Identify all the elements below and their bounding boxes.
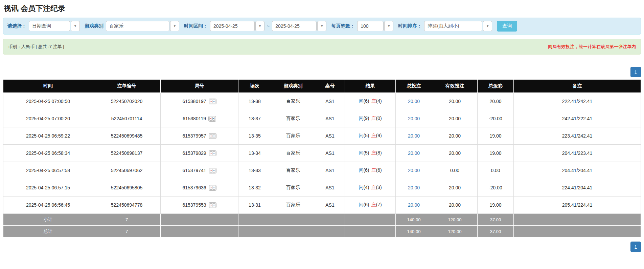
result-player-points: (6): [363, 98, 369, 104]
result-banker-points: (4): [376, 98, 382, 104]
result-banker: 庄: [371, 185, 376, 190]
empty-cell: [238, 214, 271, 226]
round-number: 615379957: [182, 133, 206, 139]
round-result-button[interactable]: [209, 133, 216, 139]
cell-valid-bet: 20.00: [432, 179, 478, 196]
caret-down-icon: ▼: [320, 25, 323, 28]
cell-table-no: AS1: [315, 162, 345, 179]
result-player: 闲: [359, 185, 363, 190]
summary-bar: 币别：人民币 | 总共 :7 注单 | 同局有效投注，统一计算在该局第一张注单内: [3, 39, 641, 55]
column-header: 时间: [3, 80, 93, 93]
round-result-button[interactable]: [209, 202, 216, 208]
date-from-input[interactable]: [210, 21, 255, 31]
total-valid-bet: 120.00: [432, 226, 478, 237]
round-result-button[interactable]: [208, 116, 216, 122]
cell-result: 闲(5)庄(9): [345, 127, 396, 145]
date-to-input[interactable]: [272, 21, 317, 31]
cell-table-no: AS1: [315, 110, 345, 127]
query-type-input[interactable]: [29, 21, 70, 31]
column-header: 桌号: [315, 80, 345, 93]
cell-bet-id: 522450701114: [93, 110, 161, 127]
round-result-button[interactable]: [209, 168, 216, 173]
sort-input[interactable]: [424, 21, 482, 31]
cell-round: 615380197: [161, 93, 238, 110]
empty-cell: [315, 226, 345, 237]
game-type-input[interactable]: [106, 21, 169, 31]
cell-game-type: 百家乐: [271, 127, 315, 145]
result-banker: 庄: [371, 167, 376, 173]
result-banker: 庄: [371, 202, 376, 207]
cell-table-no: AS1: [315, 196, 345, 214]
cell-result: 闲(5)庄(8): [345, 145, 396, 162]
cell-game-type: 百家乐: [271, 110, 315, 127]
total-payout: 37.00: [478, 226, 514, 237]
cell-round: 615379636: [161, 179, 238, 196]
page-size-combobox: ▼: [357, 21, 393, 31]
total-row: 总计 7 140.00 120.00 37.00: [3, 226, 641, 237]
date-from-dropdown-button[interactable]: ▼: [255, 21, 264, 31]
round-number: 615379829: [182, 150, 206, 156]
date-separator: ~: [267, 23, 270, 29]
cell-round: 615379741: [161, 162, 238, 179]
cell-game-type: 百家乐: [271, 179, 315, 196]
result-banker-points: (6): [376, 167, 382, 173]
page: 视讯 会员下注纪录 请选择： ▼ 游戏类别 ▼ 时间区间： ▼ ~: [0, 0, 644, 254]
round-result-button[interactable]: [209, 185, 216, 191]
total-label: 总计: [3, 226, 93, 237]
sort-dropdown-button[interactable]: ▼: [483, 21, 492, 31]
result-player: 闲: [359, 167, 363, 173]
pagination-top: 1: [3, 67, 641, 77]
subtotal-valid-bet: 120.00: [432, 214, 478, 226]
page-button-1[interactable]: 1: [630, 67, 641, 77]
total-bet-link[interactable]: 20.00: [408, 168, 420, 173]
sort-combobox: ▼: [424, 21, 492, 31]
result-player-points: (5): [363, 133, 369, 138]
round-result-button[interactable]: [209, 150, 216, 156]
summary-note: 同局有效投注，统一计算在该局第一张注单内: [548, 44, 636, 50]
empty-cell: [345, 226, 396, 237]
total-total-bet: 140.00: [396, 226, 432, 237]
search-button[interactable]: 查询: [497, 21, 517, 32]
table-header-row: 时间注单编号局号场次游戏类别桌号结果总投注有效投注总派彩备注: [3, 80, 641, 93]
total-bet-link[interactable]: 20.00: [408, 99, 420, 104]
cell-session: 13-33: [238, 162, 271, 179]
table-row: 2025-04-25 06:57:15 522450695805 6153796…: [3, 179, 641, 196]
cell-time: 2025-04-25 06:57:15: [3, 179, 93, 196]
page-size-input[interactable]: [357, 21, 384, 31]
cell-valid-bet: 0.00: [432, 162, 478, 179]
table-row: 2025-04-25 06:59:22 522450699485 6153799…: [3, 127, 641, 145]
game-type-combobox: ▼: [106, 21, 179, 31]
total-bet-link[interactable]: 20.00: [408, 185, 420, 190]
cell-note: 224.41/204.41: [514, 179, 641, 196]
round-result-button[interactable]: [209, 99, 216, 104]
cell-time: 2025-04-25 06:58:34: [3, 145, 93, 162]
cell-valid-bet: 20.00: [432, 145, 478, 162]
game-type-label: 游戏类别: [85, 23, 104, 29]
page-button-1[interactable]: 1: [630, 242, 641, 252]
cell-bet-id: 522450699485: [93, 127, 161, 145]
result-player-points: (5): [363, 150, 369, 156]
date-to-dropdown-button[interactable]: ▼: [317, 21, 326, 31]
total-bet-link[interactable]: 20.00: [408, 116, 420, 121]
cell-session: 13-35: [238, 127, 271, 145]
total-bet-link[interactable]: 20.00: [408, 133, 420, 139]
cell-game-type: 百家乐: [271, 145, 315, 162]
total-bet-link[interactable]: 20.00: [408, 202, 420, 208]
query-type-label: 请选择：: [7, 23, 26, 29]
cell-total-bet: 20.00: [396, 127, 432, 145]
date-range-label: 时间区间：: [184, 23, 208, 29]
caret-down-icon: ▼: [173, 25, 176, 28]
total-bet-link[interactable]: 20.00: [408, 150, 420, 156]
cards-icon: [209, 185, 216, 191]
subtotal-label: 小计: [3, 214, 93, 226]
result-banker-points: (3): [376, 185, 382, 190]
query-type-dropdown-button[interactable]: ▼: [71, 21, 80, 31]
cell-payout: 0.00: [478, 162, 514, 179]
game-type-dropdown-button[interactable]: ▼: [170, 21, 179, 31]
cell-bet-id: 522450702020: [93, 93, 161, 110]
cards-icon: [209, 99, 216, 104]
empty-cell: [161, 214, 238, 226]
page-size-dropdown-button[interactable]: ▼: [384, 21, 393, 31]
result-banker: 庄: [371, 116, 376, 121]
column-header: 总派彩: [478, 80, 514, 93]
